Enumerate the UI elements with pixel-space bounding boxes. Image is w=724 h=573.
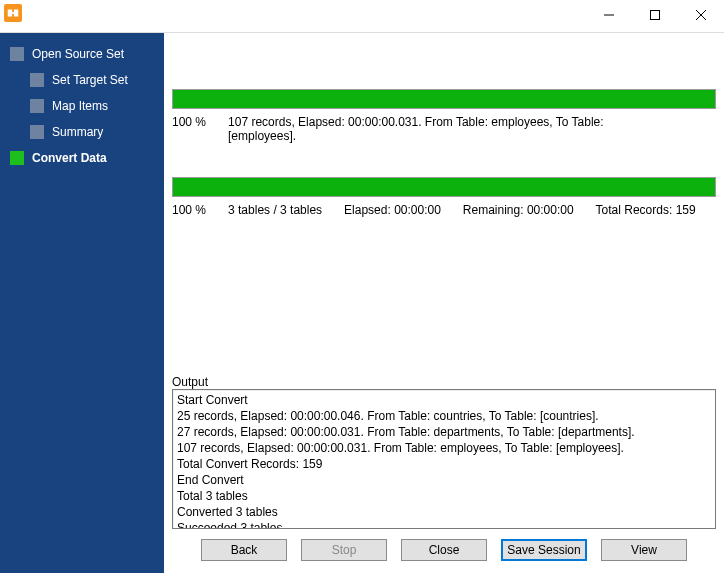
record-detail: 107 records, Elapsed: 00:00:00.031. From…	[228, 115, 648, 143]
nav-convert-data[interactable]: Convert Data	[0, 145, 164, 171]
output-line: Converted 3 tables	[177, 504, 711, 520]
table-elapsed: Elapsed: 00:00:00	[344, 203, 441, 217]
output-line: 107 records, Elapsed: 00:00:00.031. From…	[177, 440, 711, 456]
output-line: Total Convert Records: 159	[177, 456, 711, 472]
step-box-icon	[10, 151, 24, 165]
output-line: Total 3 tables	[177, 488, 711, 504]
output-line: 27 records, Elapsed: 00:00:00.031. From …	[177, 424, 711, 440]
nav-label: Set Target Set	[52, 73, 128, 87]
nav-label: Summary	[52, 125, 103, 139]
save-session-button[interactable]: Save Session	[501, 539, 587, 561]
stop-button: Stop	[301, 539, 387, 561]
record-progress-text: 100 % 107 records, Elapsed: 00:00:00.031…	[172, 115, 716, 143]
table-total: Total Records: 159	[596, 203, 696, 217]
nav-summary[interactable]: Summary	[0, 119, 164, 145]
nav-map-items[interactable]: Map Items	[0, 93, 164, 119]
titlebar	[0, 0, 724, 32]
step-box-icon	[30, 73, 44, 87]
nav-set-target-set[interactable]: Set Target Set	[0, 67, 164, 93]
step-box-icon	[30, 99, 44, 113]
wizard-sidebar: Open Source Set Set Target Set Map Items…	[0, 33, 164, 573]
nav-label: Convert Data	[32, 151, 107, 165]
close-wizard-button[interactable]: Close	[401, 539, 487, 561]
record-percent: 100 %	[172, 115, 206, 143]
nav-label: Map Items	[52, 99, 108, 113]
step-box-icon	[10, 47, 24, 61]
output-line: 25 records, Elapsed: 00:00:00.046. From …	[177, 408, 711, 424]
maximize-button[interactable]	[632, 0, 678, 30]
table-count: 3 tables / 3 tables	[228, 203, 322, 217]
svg-rect-4	[651, 11, 660, 20]
record-progress-bar	[172, 89, 716, 109]
table-percent: 100 %	[172, 203, 206, 217]
svg-rect-2	[11, 12, 15, 14]
table-remaining: Remaining: 00:00:00	[463, 203, 574, 217]
table-progress-bar	[172, 177, 716, 197]
button-row: Back Stop Close Save Session View	[172, 539, 716, 561]
back-button[interactable]: Back	[201, 539, 287, 561]
close-button[interactable]	[678, 0, 724, 30]
view-button[interactable]: View	[601, 539, 687, 561]
output-label: Output	[172, 375, 716, 389]
minimize-button[interactable]	[586, 0, 632, 30]
output-line: Start Convert	[177, 392, 711, 408]
output-line: End Convert	[177, 472, 711, 488]
table-progress-text: 100 % 3 tables / 3 tables Elapsed: 00:00…	[172, 203, 716, 217]
app-icon	[4, 4, 22, 22]
step-box-icon	[30, 125, 44, 139]
content-area: 100 % 107 records, Elapsed: 00:00:00.031…	[164, 33, 724, 573]
output-line: Succeeded 3 tables	[177, 520, 711, 529]
nav-label: Open Source Set	[32, 47, 124, 61]
output-log[interactable]: Start Convert25 records, Elapsed: 00:00:…	[172, 389, 716, 529]
nav-open-source-set[interactable]: Open Source Set	[0, 41, 164, 67]
